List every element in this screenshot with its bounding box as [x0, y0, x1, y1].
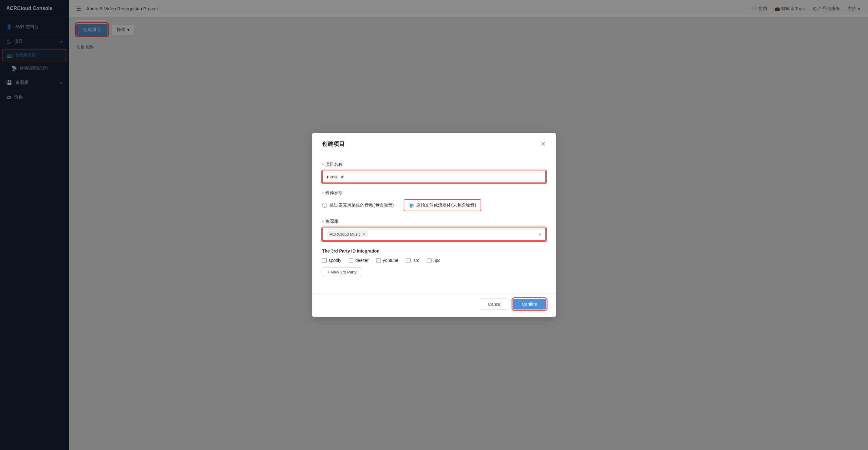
required-star-3: *	[322, 219, 324, 224]
create-project-dialog: 创建项目 ✕ * 项目名称 * 音频类型	[312, 133, 556, 317]
checkbox-deezer-input[interactable]	[349, 258, 353, 263]
main-content: ☰ Audio & Video Recognition Project 📄 文档…	[69, 0, 868, 450]
resource-library-group: * 资源库 ACRCloud Music ⊗ ∨	[322, 219, 546, 241]
checkbox-spotify-input[interactable]	[322, 258, 327, 263]
checkbox-spotify-label: spotify	[329, 258, 341, 263]
resource-library-select-wrapper: ACRCloud Music ⊗ ∨	[322, 227, 546, 241]
resource-library-label: * 资源库	[322, 219, 546, 224]
audio-type-label: * 音频类型	[322, 191, 546, 196]
radio-raw-option[interactable]: 原始文件或流媒体(未包含噪音)	[404, 199, 481, 211]
confirm-button[interactable]: Confirm	[513, 299, 546, 309]
resource-library-label-text: 资源库	[325, 219, 338, 224]
project-name-label-text: 项目名称	[325, 162, 343, 167]
project-name-group: * 项目名称	[322, 162, 546, 183]
modal-overlay: 创建项目 ✕ * 项目名称 * 音频类型	[0, 0, 868, 450]
dialog-header: 创建项目 ✕	[312, 133, 556, 153]
required-star-2: *	[322, 191, 324, 196]
third-party-title: The 3rd Party ID Integration	[322, 249, 546, 253]
audio-type-label-text: 音频类型	[325, 191, 343, 196]
radio-mic[interactable]	[322, 203, 327, 208]
checkbox-isrc[interactable]: isrc	[406, 258, 419, 263]
checkbox-spotify[interactable]: spotify	[322, 258, 341, 263]
close-icon[interactable]: ✕	[540, 141, 546, 147]
third-party-group: The 3rd Party ID Integration spotify dee…	[322, 249, 546, 277]
checkbox-youtube[interactable]: youtube	[376, 258, 398, 263]
selected-resource-value: ACRCloud Music	[330, 232, 361, 236]
checkbox-upc-label: upc	[433, 258, 440, 263]
required-star: *	[322, 162, 324, 167]
radio-mic-option[interactable]: 通过麦克风采集的音频(包含噪音)	[322, 202, 394, 208]
dialog-body: * 项目名称 * 音频类型 通过麦克风采集的音频(包含噪音)	[312, 153, 556, 293]
checkbox-isrc-label: isrc	[412, 258, 419, 263]
audio-type-group: * 音频类型 通过麦克风采集的音频(包含噪音) 原始文件或流媒体(未包含噪音)	[322, 191, 546, 211]
checkbox-deezer-label: deezer	[355, 258, 369, 263]
radio-raw[interactable]	[409, 203, 414, 208]
selected-resource-tag: ACRCloud Music ⊗	[327, 231, 368, 237]
cancel-button[interactable]: Cancel	[480, 299, 509, 310]
tag-close-icon[interactable]: ⊗	[362, 232, 365, 236]
radio-mic-label: 通过麦克风采集的音频(包含噪音)	[330, 202, 394, 208]
checkbox-deezer[interactable]: deezer	[349, 258, 369, 263]
checkbox-isrc-input[interactable]	[406, 258, 410, 263]
checkbox-youtube-label: youtube	[383, 258, 398, 263]
audio-type-radio-group: 通过麦克风采集的音频(包含噪音) 原始文件或流媒体(未包含噪音)	[322, 199, 546, 211]
new-3rd-party-button[interactable]: + New 3rd Party	[322, 267, 362, 277]
checkbox-upc[interactable]: upc	[427, 258, 440, 263]
checkbox-youtube-input[interactable]	[376, 258, 381, 263]
project-name-input[interactable]	[322, 171, 546, 183]
third-party-checkboxes: spotify deezer youtube isrc	[322, 258, 546, 263]
radio-raw-label: 原始文件或流媒体(未包含噪音)	[416, 202, 476, 208]
dialog-footer: Cancel Confirm	[312, 293, 556, 317]
dialog-title: 创建项目	[322, 140, 345, 148]
checkbox-upc-input[interactable]	[427, 258, 432, 263]
project-name-label: * 项目名称	[322, 162, 546, 167]
resource-library-select[interactable]: ACRCloud Music ⊗	[322, 227, 546, 241]
